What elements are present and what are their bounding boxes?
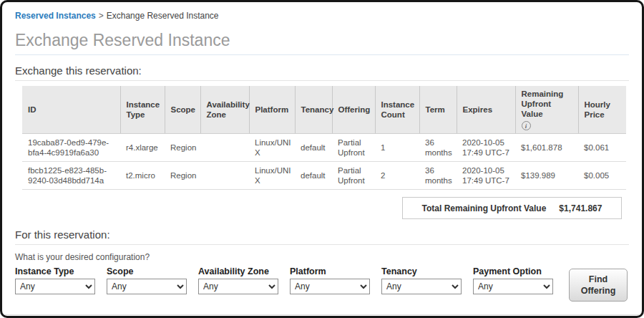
total-remaining-upfront-label: Total Remaining Upfront Value [422, 203, 547, 213]
table-header-row: ID Instance Type Scope Availability Zone… [22, 86, 626, 134]
table-row: fbcb1225-e823-485b-9240-03d48bdd714a t2.… [22, 162, 626, 190]
field-tenancy: Tenancy Any [381, 266, 473, 294]
cell-hourly-price: $0.005 [578, 162, 626, 190]
exchange-section-heading: Exchange this reservation: [15, 64, 629, 81]
desired-configuration-question: What is your desired configuration? [15, 252, 629, 262]
cell-instance-count: 1 [375, 134, 419, 162]
field-scope: Scope Any [107, 266, 198, 294]
page-title: Exchange Reserved Instance [15, 31, 629, 55]
cell-hourly-price: $0.061 [578, 134, 626, 162]
table-row: 19caba87-0ed9-479e-bfa4-4c9919fa6a30 r4.… [22, 134, 626, 162]
instance-type-select[interactable]: Any [15, 279, 95, 294]
cell-offering: Partial Upfront [332, 134, 375, 162]
field-availability-zone: Availability Zone Any [198, 266, 290, 294]
cell-tenancy: default [295, 162, 332, 190]
cell-id: 19caba87-0ed9-479e-bfa4-4c9919fa6a30 [22, 134, 120, 162]
column-header-scope: Scope [165, 86, 200, 134]
availability-zone-label: Availability Zone [198, 266, 290, 276]
cell-offering: Partial Upfront [332, 162, 375, 190]
scope-label: Scope [107, 266, 198, 276]
field-instance-type: Instance Type Any [15, 266, 107, 294]
reservation-table: ID Instance Type Scope Availability Zone… [22, 86, 622, 190]
cell-remaining-upfront-value: $139.989 [515, 162, 578, 190]
breadcrumb: Reserved Instances>Exchange Reserved Ins… [15, 11, 629, 21]
column-header-hourly-price: Hourly Price [578, 86, 626, 134]
cell-instance-count: 2 [375, 162, 419, 190]
cell-platform: Linux/UNIX [249, 162, 295, 190]
cell-expires: 2020-10-05 17:49 UTC-7 [457, 134, 515, 162]
configuration-form: Instance Type Any Scope Any Availability… [15, 266, 629, 302]
info-icon[interactable]: i [522, 121, 531, 130]
column-header-remaining-upfront-value: Remaining Upfront Value i [515, 86, 578, 134]
availability-zone-select[interactable]: Any [198, 279, 278, 294]
field-platform: Platform Any [290, 266, 381, 294]
breadcrumb-link-reserved-instances[interactable]: Reserved Instances [15, 11, 96, 21]
column-header-term: Term [419, 86, 457, 134]
cell-term: 36 months [419, 162, 457, 190]
reservation-section-heading: For this reservation: [15, 228, 629, 245]
breadcrumb-separator: > [99, 11, 104, 21]
column-header-expires: Expires [457, 86, 515, 134]
column-header-platform: Platform [249, 86, 295, 134]
tenancy-select[interactable]: Any [381, 279, 462, 294]
column-header-instance-type: Instance Type [120, 86, 165, 134]
cell-availability-zone [200, 134, 249, 162]
field-payment-option: Payment Option Any [473, 266, 565, 294]
column-header-id: ID [22, 86, 120, 134]
cell-term: 36 months [419, 134, 457, 162]
cell-expires: 2020-10-05 17:49 UTC-7 [457, 162, 515, 190]
cell-scope: Region [165, 162, 200, 190]
payment-option-select[interactable]: Any [473, 279, 553, 294]
footer: * Required Cancel Exchange [15, 315, 629, 318]
window: Reserved Instances>Exchange Reserved Ins… [0, 0, 644, 318]
cell-instance-type: r4.xlarge [120, 134, 165, 162]
column-header-offering: Offering [332, 86, 375, 134]
tenancy-label: Tenancy [381, 266, 473, 276]
scope-select[interactable]: Any [107, 279, 187, 294]
cell-remaining-upfront-value: $1,601.878 [515, 134, 578, 162]
cell-id: fbcb1225-e823-485b-9240-03d48bdd714a [22, 162, 120, 190]
cell-availability-zone [200, 162, 249, 190]
cell-instance-type: t2.micro [120, 162, 165, 190]
total-remaining-upfront-value: $1,741.867 [559, 203, 602, 213]
breadcrumb-current: Exchange Reserved Instance [107, 11, 219, 21]
payment-option-label: Payment Option [473, 266, 565, 276]
instance-type-label: Instance Type [15, 266, 107, 276]
column-header-remaining-upfront-value-label: Remaining Upfront Value [522, 90, 564, 118]
column-header-instance-count: Instance Count [375, 86, 419, 134]
platform-select[interactable]: Any [290, 279, 370, 294]
column-header-availability-zone: Availability Zone [200, 86, 249, 134]
find-offering-button[interactable]: Find Offering [569, 269, 628, 302]
column-header-tenancy: Tenancy [295, 86, 332, 134]
cell-platform: Linux/UNIX [249, 134, 295, 162]
cell-tenancy: default [295, 134, 332, 162]
total-remaining-upfront-box: Total Remaining Upfront Value $1,741.867 [402, 197, 622, 219]
cell-scope: Region [165, 134, 200, 162]
platform-label: Platform [290, 266, 381, 276]
